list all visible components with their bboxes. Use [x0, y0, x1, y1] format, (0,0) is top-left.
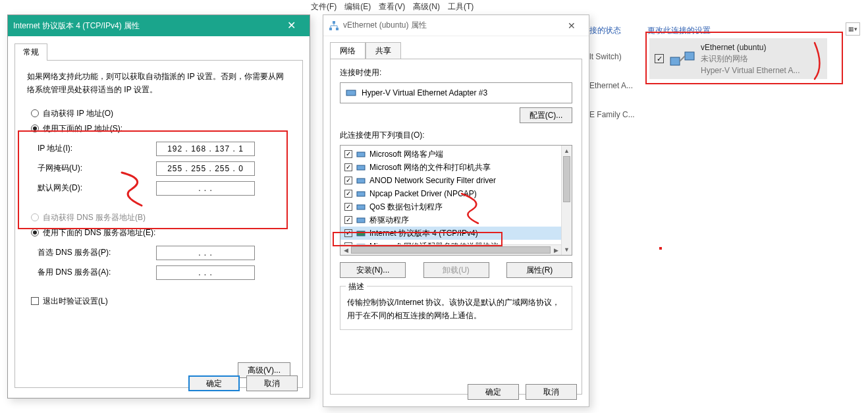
adapter-icon	[346, 88, 356, 98]
label-items: 此连接使用下列项目(O):	[340, 130, 572, 141]
radio-icon	[31, 213, 39, 221]
info-text: 如果网络支持此功能，则可以获取自动指派的 IP 设置。否则，你需要从网络系统管理…	[27, 70, 290, 97]
radio-label: 自动获得 IP 地址(O)	[43, 108, 113, 119]
checkbox-validate[interactable]: 退出时验证设置(L)	[27, 296, 290, 307]
menu-tools[interactable]: 工具(T)	[445, 0, 476, 13]
item-checkbox[interactable]	[344, 190, 352, 198]
connection-name: vEthernet (ubuntu)	[701, 43, 800, 52]
radio-use-ip[interactable]: 使用下面的 IP 地址(S):	[27, 121, 290, 136]
scroll-right-icon[interactable]: ▶	[551, 245, 561, 256]
list-item-label: lt Switch)	[589, 52, 622, 61]
item-label: QoS 数据包计划程序	[369, 202, 443, 213]
item-label: Microsoft 网络的文件和打印机共享	[369, 162, 491, 173]
item-checkbox[interactable]	[344, 203, 352, 211]
scroll-thumb[interactable]	[351, 246, 551, 254]
input-subnet-mask[interactable]: 255 . 255 . 255 . 0	[156, 161, 255, 176]
connection-text: vEthernet (ubuntu) 未识别的网络 Hyper-V Virtua…	[701, 43, 800, 75]
header-status[interactable]: 接的状态	[589, 25, 621, 36]
network-icon	[329, 20, 339, 31]
network-item[interactable]: Internet 协议版本 4 (TCP/IPv4)	[340, 227, 572, 240]
label-ip: IP 地址(I):	[38, 143, 156, 154]
checkbox-label: 退出时验证设置(L)	[43, 296, 108, 307]
scroll-down-icon[interactable]: ▼	[562, 244, 572, 255]
component-icon	[356, 189, 366, 198]
item-label: Microsoft 网络客户端	[369, 149, 443, 160]
list-item-label: Ethernet A...	[589, 81, 633, 90]
svg-rect-4	[336, 28, 339, 30]
svg-rect-6	[357, 152, 365, 157]
item-checkbox[interactable]	[344, 163, 352, 171]
item-checkbox[interactable]	[344, 216, 352, 224]
menu-file[interactable]: 文件(F)	[308, 0, 339, 13]
dialog-titlebar: Internet 协议版本 4 (TCP/IPv4) 属性 ✕	[8, 15, 310, 36]
input-preferred-dns[interactable]: . . .	[156, 246, 255, 260]
input-alternate-dns[interactable]: . . .	[156, 265, 255, 280]
menu-edit[interactable]: 编辑(E)	[342, 0, 373, 13]
connection-card-vethernet[interactable]: vEthernet (ubuntu) 未识别的网络 Hyper-V Virtua…	[649, 38, 827, 79]
component-icon	[356, 176, 366, 185]
properties-button[interactable]: 属性(R)	[506, 262, 572, 278]
adapter-display: Hyper-V Virtual Ethernet Adapter #3	[340, 82, 572, 103]
network-item[interactable]: Npcap Packet Driver (NPCAP)	[340, 187, 572, 200]
input-ip-address[interactable]: 192 . 168 . 137 . 1	[156, 142, 255, 156]
scroll-left-icon[interactable]: ◀	[340, 245, 351, 256]
label-gateway: 默认网关(D):	[38, 182, 156, 194]
configure-button[interactable]: 配置(C)...	[520, 107, 572, 123]
radio-label: 使用下面的 IP 地址(S):	[43, 123, 122, 134]
cancel-button[interactable]: 取消	[526, 384, 577, 400]
network-item[interactable]: Microsoft 网络客户端	[340, 148, 572, 161]
view-mode-button[interactable]: ▦▾	[846, 22, 860, 36]
network-item[interactable]: 桥驱动程序	[340, 213, 572, 227]
dialog-title: vEthernet (ubuntu) 属性	[343, 20, 427, 31]
close-icon[interactable]: ✕	[560, 20, 583, 31]
component-icon	[356, 215, 366, 225]
svg-rect-9	[357, 192, 365, 196]
dialog-vethernet-properties: vEthernet (ubuntu) 属性 ✕ 网络 共享 连接时使用: Hyp…	[323, 14, 589, 407]
connection-checkbox[interactable]	[655, 54, 664, 63]
ok-button[interactable]: 确定	[188, 375, 240, 391]
scroll-up-icon[interactable]: ▲	[562, 146, 572, 156]
cancel-button[interactable]: 取消	[246, 375, 298, 391]
svg-rect-10	[357, 205, 365, 209]
network-item[interactable]: Microsoft 网络的文件和打印机共享	[340, 161, 572, 174]
header-change-settings[interactable]: 更改此连接的设置	[647, 25, 711, 36]
close-icon[interactable]: ✕	[278, 18, 304, 34]
scrollbar-horizontal[interactable]: ◀ ▶	[340, 244, 561, 255]
item-checkbox[interactable]	[344, 150, 352, 158]
svg-rect-11	[357, 218, 365, 223]
item-checkbox[interactable]	[344, 229, 352, 237]
ok-button[interactable]: 确定	[468, 384, 519, 400]
scrollbar-vertical[interactable]: ▲ ▼	[561, 146, 572, 255]
item-checkbox[interactable]	[344, 177, 352, 184]
component-icon	[356, 202, 366, 211]
scroll-thumb[interactable]	[563, 156, 570, 202]
radio-icon	[31, 229, 39, 236]
network-adapter-icon	[669, 45, 695, 72]
tab-sharing[interactable]: 共享	[366, 42, 401, 59]
label-subnet: 子网掩码(U):	[38, 163, 156, 174]
item-label: 桥驱动程序	[369, 215, 409, 226]
component-icon	[356, 150, 366, 159]
toolbar-headers: 接的状态 更改此连接的设置	[589, 25, 711, 36]
tab-general[interactable]: 常规	[14, 43, 47, 61]
menu-view[interactable]: 查看(V)	[376, 0, 408, 13]
label-dns2: 备用 DNS 服务器(A):	[38, 267, 156, 278]
network-item[interactable]: QoS 数据包计划程序	[340, 200, 572, 213]
uninstall-button[interactable]: 卸载(U)	[423, 262, 489, 278]
install-button[interactable]: 安装(N)...	[340, 262, 406, 278]
item-label: ANOD Network Security Filter driver	[369, 176, 496, 185]
network-item[interactable]: ANOD Network Security Filter driver	[340, 174, 572, 187]
input-default-gateway[interactable]: . . .	[156, 181, 255, 196]
item-label: Internet 协议版本 4 (TCP/IPv4)	[369, 228, 478, 239]
radio-use-dns[interactable]: 使用下面的 DNS 服务器地址(E):	[27, 225, 290, 240]
label-dns1: 首选 DNS 服务器(P):	[38, 247, 156, 258]
svg-rect-8	[357, 179, 365, 183]
radio-auto-ip[interactable]: 自动获得 IP 地址(O)	[27, 106, 290, 121]
radio-label: 自动获得 DNS 服务器地址(B)	[43, 212, 146, 223]
list-item[interactable]: E Family C...	[589, 100, 721, 129]
menu-advanced[interactable]: 高级(N)	[410, 0, 443, 13]
svg-rect-2	[333, 21, 335, 24]
description-text: 传输控制协议/Internet 协议。该协议是默认的广域网络协议，用于在不同的相…	[347, 296, 565, 323]
tab-network[interactable]: 网络	[330, 42, 366, 59]
description-legend: 描述	[346, 281, 367, 292]
